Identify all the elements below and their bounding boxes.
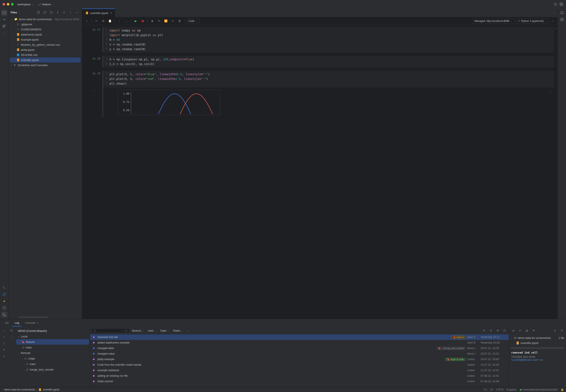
project-tool-icon[interactable] xyxy=(1,10,7,16)
regex-toggle[interactable]: .* xyxy=(121,329,123,332)
more-tool-icon[interactable]: ⋯ xyxy=(1,30,7,36)
collapse-output-icon[interactable]: ⌄ xyxy=(93,89,95,92)
branch-selector[interactable]: ⎇ feature ⌄ xyxy=(36,2,56,7)
log-tab[interactable]: Log xyxy=(12,320,22,326)
branch-origin-main[interactable]: ⎇ main xyxy=(16,361,89,367)
window-minimize-icon[interactable] xyxy=(7,3,9,6)
expand-icon[interactable]: › xyxy=(550,18,556,24)
interpreter[interactable]: ◉ /Users/jetbrains/opt/anaconda3 xyxy=(520,388,558,391)
window-close-icon[interactable] xyxy=(2,3,5,6)
head-branch-row[interactable]: HEAD (Current Branch) xyxy=(16,328,89,334)
code-cell[interactable]: In 27 1import numpy as np2import matplot… xyxy=(82,27,554,53)
database-icon[interactable] xyxy=(559,17,565,23)
target-icon[interactable] xyxy=(48,9,54,15)
push-icon[interactable]: ↗ xyxy=(1,347,7,353)
file-CODEOWNERS[interactable]: ≡CODEOWNERS xyxy=(10,27,81,32)
stop-icon[interactable]: ■ xyxy=(149,18,155,24)
compare-icon[interactable]: ⇄ xyxy=(510,328,516,334)
terminal-tool-icon[interactable] xyxy=(1,284,7,290)
horizontal-scrollbar[interactable] xyxy=(19,316,48,318)
variables-icon[interactable]: ≡ xyxy=(170,18,176,24)
close-icon[interactable]: ✕ xyxy=(37,322,39,324)
branch-main-local[interactable]: ⎇ main xyxy=(16,345,89,350)
restart-icon[interactable]: ↻ xyxy=(156,18,162,24)
commit-row[interactable]: Code from the scientific mode tutorial L… xyxy=(90,362,509,367)
debug-cell-icon[interactable]: 🐞 xyxy=(140,18,146,24)
crumb-file[interactable]: scientific.ipynb xyxy=(43,388,59,391)
inspection-ok-icon[interactable]: ✓ xyxy=(555,27,557,30)
indent[interactable]: 4 spaces xyxy=(507,388,517,391)
settings-icon[interactable] xyxy=(558,1,564,7)
copy-icon[interactable]: ⧉ xyxy=(100,18,106,24)
lock-icon[interactable]: 🔓 xyxy=(561,388,564,391)
crumb-root[interactable]: demo-data-for-screenshots xyxy=(4,388,35,391)
file-plotly-ipynb[interactable]: 📙plotly.ipynb xyxy=(10,47,81,52)
tab-more-icon[interactable]: ⋮ xyxy=(552,10,557,16)
commit-row[interactable]: Initial commit Liubov 07.06.22, 10:40 xyxy=(90,378,509,384)
commit-row[interactable]: adding an existing csv file Liubov 07.06… xyxy=(90,373,509,378)
update-icon[interactable]: ↙ xyxy=(1,340,7,346)
output-more-icon[interactable]: ⋮ xyxy=(547,88,553,94)
commit-row[interactable]: example notebook Liubov 11.07.22, 14:51 xyxy=(90,367,509,373)
line-separator[interactable]: LF xyxy=(490,388,493,391)
revert-icon[interactable]: ↶ xyxy=(517,328,523,334)
kernel-dropdown[interactable]: Python 3 (ipykernel) ⌄ xyxy=(515,18,549,24)
encoding[interactable]: UTF-8 xyxy=(496,388,504,391)
caret-position[interactable]: 2:1 xyxy=(484,388,487,391)
branch-origin-merge-test[interactable]: ⎇ merge_test_remote xyxy=(16,367,89,372)
expand-details-icon[interactable]: ⇕ xyxy=(552,328,558,334)
commit-tool-icon[interactable] xyxy=(1,17,7,23)
cut-icon[interactable]: ✂ xyxy=(93,18,99,24)
more-icon[interactable]: ⋮ xyxy=(67,9,73,15)
branch-feature[interactable]: 🔖 feature xyxy=(16,339,89,345)
find-commit-icon[interactable] xyxy=(502,328,508,334)
detail-file[interactable]: 📙 scientific.ipynb xyxy=(511,340,564,345)
add-remote-icon[interactable]: ＋ xyxy=(1,334,7,340)
next-filter-icon[interactable]: › xyxy=(185,328,191,334)
commit-row[interactable]: plotly example 🔖 origin & main Liubov 14… xyxy=(90,356,509,362)
commit-row[interactable]: changed value Denis I 28.07.22, 13:02 xyxy=(90,351,509,356)
console-tab[interactable]: Console✕ xyxy=(23,320,41,326)
editor-tab[interactable]: 📙 scientific.ipynb ✕ xyxy=(82,9,115,17)
fetch-icon[interactable]: ⤓ xyxy=(1,353,7,359)
group-icon[interactable]: ⊞ xyxy=(524,328,530,334)
commit-row[interactable]: added dataframes example John D Yesterda… xyxy=(90,340,509,345)
new-file-icon[interactable] xyxy=(36,9,42,15)
commit-row[interactable]: changed label 🔖 ../merge_test_remote Den… xyxy=(90,345,509,351)
move-down-icon[interactable]: ↓ xyxy=(123,18,129,24)
code-cell[interactable]: In 28 1X = np.linspace(-np.pi, np.pi, 25… xyxy=(82,56,554,68)
file-scientific-ipynb[interactable]: 📙scientific.ipynb xyxy=(10,57,81,62)
collapse-all-icon[interactable]: ⤫ xyxy=(61,9,67,15)
workspace-selector[interactable]: workspace ⌄ xyxy=(15,2,36,7)
move-up-icon[interactable]: ↑ xyxy=(116,18,123,24)
horizontal-scrollbar[interactable] xyxy=(511,347,564,349)
search-icon[interactable] xyxy=(552,1,558,7)
scratches-node[interactable]: › ≡ Scratches and Consoles xyxy=(10,62,81,68)
branch-filter[interactable]: Branch⌄ xyxy=(130,328,145,333)
match-case-toggle[interactable]: Cc xyxy=(125,329,128,332)
commit-row[interactable]: removed 2nd cell 🔖 feature Jane S Yester… xyxy=(90,334,509,340)
add-cell-icon[interactable]: ＋ xyxy=(84,18,90,24)
file--gitignore[interactable]: ⊘.gitignore xyxy=(10,22,81,27)
favorites-tool-icon[interactable]: ★ xyxy=(1,298,7,304)
window-zoom-icon[interactable] xyxy=(11,3,14,6)
expand-all-icon[interactable]: ⇕ xyxy=(55,9,61,15)
run-all-icon[interactable]: ⏩ xyxy=(163,18,169,24)
refresh-log-icon[interactable]: ↻ xyxy=(481,328,487,334)
remote-group[interactable]: ⌄ Remote xyxy=(16,350,89,356)
search-branches-icon[interactable] xyxy=(9,328,14,334)
structure-tool-icon[interactable] xyxy=(1,23,7,29)
server-dropdown[interactable]: Managed: http://localhost:8888 ⌄ xyxy=(472,18,515,24)
run-cell-icon[interactable]: ▶I xyxy=(133,18,139,24)
collapse-panel-icon[interactable]: ‹ xyxy=(1,328,7,334)
show-icon[interactable]: 👁 xyxy=(531,328,537,334)
user-filter[interactable]: User⌄ xyxy=(146,328,158,333)
file-libraries_by_python_version-csv[interactable]: ≡libraries_by_python_version.csv xyxy=(10,42,81,47)
cherry-pick-icon[interactable]: ⚲ xyxy=(488,328,494,334)
show-diff-icon[interactable]: 👁 xyxy=(495,328,501,334)
date-filter[interactable]: Date⌄ xyxy=(159,328,170,333)
paste-icon[interactable]: 📋 xyxy=(107,18,113,24)
file-dataframes-ipynb[interactable]: 📙dataframes.ipynb xyxy=(10,32,81,37)
detail-root[interactable]: ⌄ 🗀 demo-data-for-screenshots 1 file xyxy=(511,335,564,340)
hide-icon[interactable]: — xyxy=(74,9,80,15)
